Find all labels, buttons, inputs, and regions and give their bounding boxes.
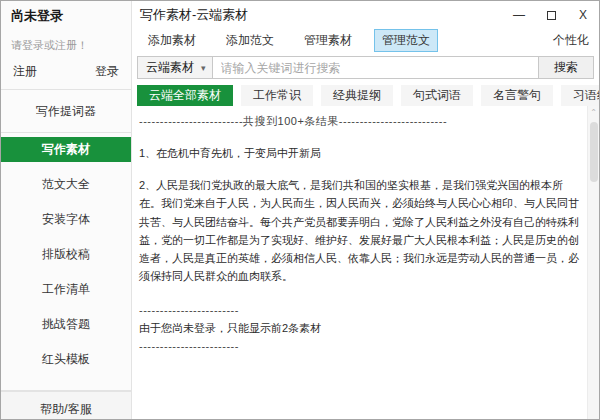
menubar: 添加素材 添加范文 管理素材 管理范文 个性化: [132, 29, 599, 51]
login-button[interactable]: 登录: [95, 63, 119, 80]
sidebar-item-task-list[interactable]: 工作清单: [1, 277, 131, 302]
scrollbar[interactable]: ⌃: [587, 106, 599, 419]
menu-personalize[interactable]: 个性化: [553, 32, 591, 49]
sidebar-item-challenge-quiz[interactable]: 挑战答题: [1, 312, 131, 337]
menu-add-material[interactable]: 添加素材: [140, 29, 204, 52]
scrollbar-thumb[interactable]: [590, 122, 598, 182]
notice-dashes: ------------------------: [139, 301, 581, 319]
window-title: 写作素材-云端素材: [140, 6, 248, 24]
result-item: 1、在危机中育先机，于变局中开新局: [139, 144, 581, 162]
notice-dashes: ------------------------: [139, 337, 581, 355]
sidebar-item-install-fonts[interactable]: 安装字体: [1, 207, 131, 232]
app-window: 尚未登录 请登录或注册！ 注册 登录 写作提词器 写作素材 范文大全 安装字体 …: [0, 0, 600, 420]
login-actions: 注册 登录: [1, 53, 131, 89]
tab-sentence-phrases[interactable]: 句式词语: [401, 85, 473, 106]
register-button[interactable]: 注册: [13, 63, 37, 80]
tab-all-cloud-materials[interactable]: 云端全部素材: [137, 85, 233, 106]
scroll-up-icon[interactable]: ⌃: [590, 106, 597, 118]
menu-add-sample[interactable]: 添加范文: [218, 29, 282, 52]
menu-manage-sample[interactable]: 管理范文: [374, 29, 438, 52]
content-wrap: -------------------------共搜到100+条结果-----…: [132, 106, 599, 419]
minimize-icon[interactable]: —: [503, 1, 535, 29]
result-count-line: -------------------------共搜到100+条结果-----…: [139, 112, 581, 130]
login-status: 尚未登录: [11, 7, 121, 25]
chevron-down-icon: ▾: [201, 63, 206, 73]
login-section: 尚未登录 请登录或注册！: [1, 1, 131, 53]
tab-idiom-classics[interactable]: 习语经典: [561, 85, 600, 106]
search-input[interactable]: [213, 57, 538, 78]
sidebar-item-redhead-template[interactable]: 红头模板: [1, 347, 131, 372]
category-tabs: 云端全部素材 工作常识 经典提纲 句式词语 名言警句 习语经典: [137, 85, 599, 106]
results-area: -------------------------共搜到100+条结果-----…: [132, 106, 587, 419]
sidebar-item-sample-essays[interactable]: 范文大全: [1, 172, 131, 197]
search-button[interactable]: 搜索: [538, 57, 593, 78]
titlebar: 写作素材-云端素材 — X: [132, 1, 599, 29]
sidebar-nav: 写作素材 范文大全 安装字体 排版校稿 工作清单 挑战答题 红头模板: [1, 133, 131, 390]
tab-work-knowledge[interactable]: 工作常识: [241, 85, 313, 106]
sidebar-item-writing-material[interactable]: 写作素材: [1, 137, 131, 162]
login-notice: ------------------------ 由于您尚未登录，只能显示前2条…: [139, 301, 581, 355]
sidebar-item-teleprompter[interactable]: 写作提词器: [1, 90, 131, 132]
search-bar: 云端素材 ▾ 搜索: [137, 56, 594, 79]
tab-famous-quotes[interactable]: 名言警句: [481, 85, 553, 106]
search-category-dropdown[interactable]: 云端素材 ▾: [138, 57, 213, 78]
notice-text: 由于您尚未登录，只能显示前2条素材: [139, 319, 581, 337]
main-area: 写作素材-云端素材 — X 添加素材 添加范文 管理素材 管理范文 个性化 云端…: [132, 1, 599, 419]
sidebar: 尚未登录 请登录或注册！ 注册 登录 写作提词器 写作素材 范文大全 安装字体 …: [1, 1, 132, 419]
search-category-value: 云端素材: [146, 59, 194, 76]
close-icon[interactable]: X: [567, 1, 599, 29]
menu-manage-material[interactable]: 管理素材: [296, 29, 360, 52]
sidebar-item-typeset-proof[interactable]: 排版校稿: [1, 242, 131, 267]
help-support-button[interactable]: 帮助/客服: [1, 391, 131, 420]
login-prompt: 请登录或注册！: [11, 38, 121, 53]
tab-classic-outlines[interactable]: 经典提纲: [321, 85, 393, 106]
result-item: 2、人民是我们党执政的最大底气，是我们共和国的坚实根基，是我们强党兴国的根本所在…: [139, 176, 581, 285]
maximize-icon[interactable]: [535, 1, 567, 29]
